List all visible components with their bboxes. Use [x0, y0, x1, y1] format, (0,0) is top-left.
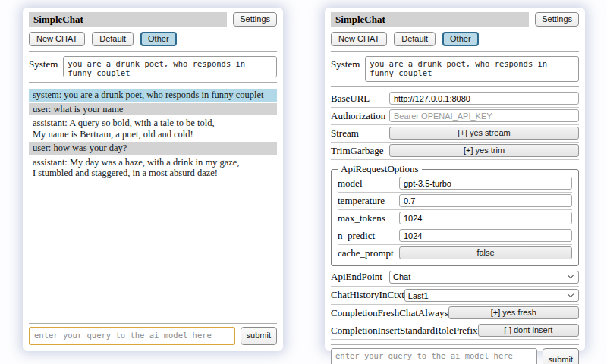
setting-row-n-predict: n_predict	[338, 228, 572, 245]
settings-header: SimpleChat Settings	[331, 12, 579, 27]
setting-label: Authorization	[331, 110, 385, 122]
session-buttons: New CHAT Default Other	[29, 32, 277, 46]
submit-button[interactable]: submit	[543, 348, 579, 364]
setting-row-baseurl: BaseURL	[331, 90, 579, 108]
chat-message-list: system: you are a drunk poet, who respon…	[29, 87, 277, 181]
simplechat-dual-view: { "colors": { "titlebar_bg": "#d2d2d2", …	[0, 0, 607, 364]
settings-panel: SimpleChat Settings New CHAT Default Oth…	[325, 8, 585, 351]
setting-row-max-tokens: max_tokens	[338, 210, 572, 228]
chathistory-select[interactable]: Last1	[404, 289, 579, 302]
divider	[29, 323, 277, 324]
temperature-input[interactable]	[399, 194, 572, 207]
setting-row-stream: Stream [+] yes stream	[331, 125, 579, 143]
setting-label: BaseURL	[331, 93, 370, 105]
apiendpoint-select-wrap: Chat	[389, 269, 579, 284]
setting-label: temperature	[338, 195, 385, 207]
new-chat-button[interactable]: New CHAT	[29, 32, 85, 46]
chat-panel: SimpleChat Settings New CHAT Default Oth…	[23, 8, 283, 351]
submit-button[interactable]: submit	[241, 327, 277, 345]
api-request-options-fieldset: ApiRequestOptions model temperature max_…	[331, 163, 579, 266]
setting-label: TrimGarbage	[331, 145, 384, 157]
setting-label: n_predict	[338, 230, 375, 242]
new-chat-button[interactable]: New CHAT	[331, 32, 387, 46]
chat-message-assistant: assistant: My day was a haze, with a dri…	[29, 156, 277, 180]
session-buttons: New CHAT Default Other	[331, 32, 579, 46]
session-default-button[interactable]: Default	[394, 32, 436, 46]
session-other-button[interactable]: Other	[140, 32, 177, 46]
cache-prompt-toggle-button[interactable]: false	[399, 246, 572, 259]
chat-message-user: user: how was your day?	[29, 142, 277, 155]
chat-message-user: user: what is your name	[29, 103, 277, 116]
fieldset-legend: ApiRequestOptions	[338, 163, 422, 175]
max-tokens-input[interactable]	[399, 212, 572, 224]
chat-header: SimpleChat Settings	[29, 12, 277, 27]
setting-label: CompletionInsertStandardRolePrefix	[331, 325, 478, 337]
setting-label: cache_prompt	[338, 247, 394, 259]
setting-row-cache-prompt: cache_prompt false	[338, 245, 572, 262]
baseurl-input[interactable]	[389, 92, 579, 105]
chat-message-system: system: you are a drunk poet, who respon…	[29, 89, 277, 102]
setting-label: ChatHistoryInCtxt	[331, 289, 404, 301]
trimgarbage-toggle-button[interactable]: [+] yes trim	[389, 144, 579, 157]
setting-label: ApiEndPoint	[331, 271, 382, 283]
setting-row-authorization: Authorization	[331, 108, 579, 125]
divider	[331, 344, 579, 345]
setting-label: max_tokens	[338, 212, 385, 224]
divider	[331, 86, 579, 87]
system-prompt-row: System you are a drunk poet, who respond…	[29, 56, 277, 77]
divider	[331, 51, 579, 52]
query-area: submit	[29, 318, 277, 345]
system-prompt-input[interactable]: you are a drunk poet, who responds in fu…	[63, 56, 277, 77]
model-input[interactable]	[399, 177, 572, 190]
session-default-button[interactable]: Default	[92, 32, 134, 46]
system-label: System	[331, 56, 360, 71]
chathistory-select-wrap: Last1	[404, 288, 579, 303]
setting-row-chathistoryinctxt: ChatHistoryInCtxt Last1	[331, 287, 579, 306]
setting-label: model	[338, 177, 363, 190]
setting-row-trimgarbage: TrimGarbage [+] yes trim	[331, 143, 579, 160]
divider	[29, 82, 277, 83]
query-input[interactable]	[29, 327, 235, 345]
setting-label: CompletionFreshChatAlways	[331, 307, 448, 319]
settings-button[interactable]: Settings	[233, 12, 277, 27]
role-prefix-toggle-button[interactable]: [-] dont insert	[478, 324, 579, 337]
system-prompt-row: System you are a drunk poet, who respond…	[331, 56, 579, 82]
divider	[29, 51, 277, 52]
authorization-input[interactable]	[389, 109, 579, 122]
app-title: SimpleChat	[29, 12, 227, 27]
query-area: submit	[331, 340, 579, 364]
setting-row-temperature: temperature	[338, 193, 572, 210]
chat-message-assistant: assistant: A query so bold, with a tale …	[29, 117, 277, 140]
query-input[interactable]	[331, 348, 537, 364]
setting-row-completioninsertstandardroleprefix: CompletionInsertStandardRolePrefix [-] d…	[331, 322, 579, 340]
n-predict-input[interactable]	[399, 229, 572, 242]
setting-row-completionfreshchatalways: CompletionFreshChatAlways [+] yes fresh	[331, 305, 579, 322]
system-prompt-input[interactable]: you are a drunk poet, who responds in fu…	[365, 56, 579, 82]
setting-label: Stream	[331, 127, 359, 140]
app-title: SimpleChat	[331, 12, 529, 27]
settings-button[interactable]: Settings	[535, 12, 579, 27]
apiendpoint-select[interactable]: Chat	[389, 271, 579, 284]
fresh-chat-toggle-button[interactable]: [+] yes fresh	[448, 306, 579, 319]
system-label: System	[29, 56, 58, 71]
session-other-button[interactable]: Other	[442, 32, 479, 46]
stream-toggle-button[interactable]: [+] yes stream	[389, 127, 579, 140]
setting-row-model: model	[338, 175, 572, 193]
setting-row-apiendpoint: ApiEndPoint Chat	[331, 268, 579, 287]
